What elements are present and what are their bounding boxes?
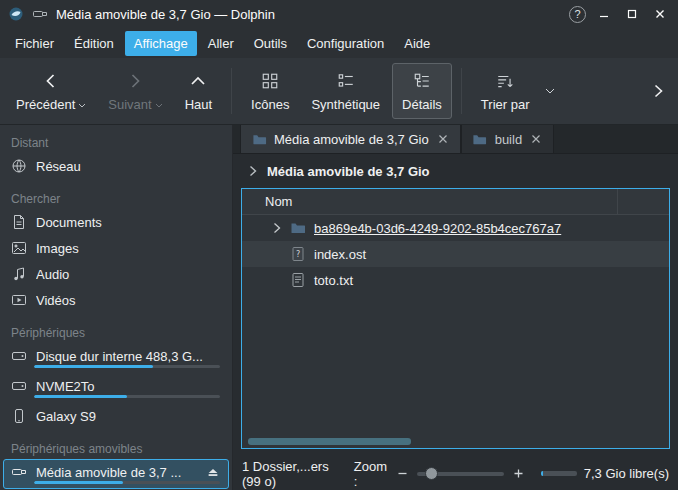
free-space-fill bbox=[541, 471, 543, 476]
details-view-icon bbox=[413, 70, 431, 92]
forward-button[interactable]: Suivant bbox=[98, 63, 172, 119]
place-label: Réseau bbox=[36, 159, 221, 174]
file-row-index-ost[interactable]: ? index.ost bbox=[242, 241, 669, 267]
column-header-row: Nom bbox=[242, 189, 669, 215]
place-label: Média amovible de 3,7 ... bbox=[36, 465, 196, 480]
free-space-label: 7,3 Gio libre(s) bbox=[584, 466, 669, 481]
text-file-icon bbox=[290, 272, 306, 288]
caret-down-icon bbox=[155, 103, 163, 109]
menu-outils[interactable]: Outils bbox=[245, 31, 296, 56]
sidebar-item-documents[interactable]: Documents bbox=[3, 209, 229, 235]
back-button[interactable]: Précédent bbox=[6, 63, 96, 119]
sort-by-button[interactable]: Trier par bbox=[471, 63, 540, 119]
icons-view-button[interactable]: Icônes bbox=[241, 63, 299, 119]
chevron-right-icon[interactable] bbox=[248, 165, 258, 177]
tab-label: Média amovible de 3,7 Gio bbox=[274, 132, 429, 147]
details-view-button[interactable]: Détails bbox=[392, 63, 452, 119]
menu-fichier[interactable]: Fichier bbox=[6, 31, 63, 56]
column-header-name[interactable]: Nom bbox=[242, 189, 618, 214]
hard-drive-icon bbox=[11, 378, 27, 394]
audio-icon bbox=[11, 266, 27, 282]
column-name-label: Nom bbox=[265, 194, 292, 209]
sidebar-item-disque-dur-interne[interactable]: Disque dur interne 488,3 G... bbox=[3, 343, 229, 373]
menu-aide[interactable]: Aide bbox=[395, 31, 439, 56]
minimize-button[interactable] bbox=[594, 4, 614, 24]
maximize-button[interactable] bbox=[622, 4, 642, 24]
eject-icon[interactable] bbox=[205, 464, 221, 480]
dolphin-window: Média amovible de 3,7 Gio — Dolphin ? Fi… bbox=[0, 0, 678, 490]
titlebar[interactable]: Média amovible de 3,7 Gio — Dolphin ? bbox=[0, 0, 678, 28]
back-label: Précédent bbox=[16, 97, 75, 112]
compact-label: Synthétique bbox=[311, 97, 380, 112]
tab-build[interactable]: build bbox=[461, 125, 554, 153]
folder-icon bbox=[251, 131, 267, 147]
view-container: Nom ba869e4b-03d6-4249-9202-85b4cec767a7 bbox=[233, 188, 678, 457]
folder-icon bbox=[472, 131, 488, 147]
section-header-peripheriques: Périphériques bbox=[0, 323, 232, 343]
sidebar-item-audio[interactable]: Audio bbox=[3, 261, 229, 287]
sort-label: Trier par bbox=[481, 97, 530, 112]
sidebar-item-videos[interactable]: Vidéos bbox=[3, 287, 229, 313]
toolbar-overflow-button[interactable] bbox=[644, 79, 672, 103]
section-peripheriques-amovibles: Périphériques amovibles Média amovible d… bbox=[0, 439, 232, 489]
capacity-fill bbox=[34, 365, 153, 368]
app-icon bbox=[8, 6, 24, 22]
menu-configuration[interactable]: Configuration bbox=[298, 31, 393, 56]
up-button[interactable]: Haut bbox=[175, 63, 222, 119]
zoom-slider[interactable] bbox=[417, 472, 504, 476]
breadcrumb-current[interactable]: Média amovible de 3,7 Gio bbox=[267, 164, 430, 179]
menubar: Fichier Édition Affichage Aller Outils C… bbox=[0, 28, 678, 58]
section-distant: Distant Réseau bbox=[0, 133, 232, 179]
section-header-distant: Distant bbox=[0, 133, 232, 153]
file-name: index.ost bbox=[314, 247, 366, 262]
status-bar: 1 Dossier,...ers (99 o) Zoom : 7,3 Gio l… bbox=[233, 457, 678, 490]
forward-label: Suivant bbox=[108, 97, 151, 112]
breadcrumb[interactable]: Média amovible de 3,7 Gio bbox=[233, 154, 678, 188]
sidebar-item-media-amovible[interactable]: Média amovible de 3,7 ... bbox=[3, 459, 229, 489]
video-icon bbox=[11, 292, 27, 308]
capacity-bar bbox=[34, 365, 220, 368]
usb-drive-icon bbox=[32, 6, 48, 22]
place-label: Documents bbox=[36, 215, 221, 230]
menu-affichage[interactable]: Affichage bbox=[125, 31, 197, 56]
section-peripheriques: Périphériques Disque dur interne 488,3 G… bbox=[0, 323, 232, 429]
section-chercher: Chercher Documents Images bbox=[0, 189, 232, 313]
expand-arrow-icon[interactable] bbox=[268, 222, 285, 234]
zoom-label: Zoom : bbox=[354, 459, 387, 489]
help-button[interactable]: ? bbox=[569, 6, 586, 23]
chevron-up-icon bbox=[188, 70, 208, 92]
file-view[interactable]: Nom ba869e4b-03d6-4249-9202-85b4cec767a7 bbox=[241, 188, 670, 449]
tab-media-amovible[interactable]: Média amovible de 3,7 Gio bbox=[240, 125, 461, 153]
close-button[interactable] bbox=[650, 4, 670, 24]
place-label: Audio bbox=[36, 267, 221, 282]
sidebar-item-images[interactable]: Images bbox=[3, 235, 229, 261]
file-row-folder[interactable]: ba869e4b-03d6-4249-9202-85b4cec767a7 bbox=[242, 215, 669, 241]
place-label: Images bbox=[36, 241, 221, 256]
toolbar-separator bbox=[461, 68, 462, 114]
icons-label: Icônes bbox=[251, 97, 289, 112]
usb-drive-icon bbox=[11, 464, 27, 480]
window-body: Distant Réseau Chercher Documents bbox=[0, 125, 678, 490]
sidebar-item-nvme2to[interactable]: NVME2To bbox=[3, 373, 229, 403]
details-label: Détails bbox=[402, 97, 442, 112]
menu-edition[interactable]: Édition bbox=[65, 31, 123, 56]
zoom-out-icon[interactable] bbox=[394, 466, 410, 482]
sort-caret-button[interactable] bbox=[541, 84, 559, 99]
zoom-in-icon[interactable] bbox=[511, 466, 527, 482]
horizontal-scrollbar[interactable] bbox=[246, 438, 665, 445]
compact-view-button[interactable]: Synthétique bbox=[301, 63, 390, 119]
phone-icon bbox=[11, 408, 27, 424]
main-toolbar: Précédent Suivant Haut Icônes Synthét bbox=[0, 58, 678, 125]
close-tab-icon[interactable] bbox=[529, 132, 543, 146]
capacity-bar bbox=[34, 481, 220, 484]
zoom-handle[interactable] bbox=[425, 467, 438, 480]
sidebar-item-reseau[interactable]: Réseau bbox=[3, 153, 229, 179]
capacity-fill bbox=[34, 395, 127, 398]
scrollbar-thumb[interactable] bbox=[248, 438, 411, 445]
window-title: Média amovible de 3,7 Gio — Dolphin bbox=[56, 7, 561, 22]
menu-aller[interactable]: Aller bbox=[199, 31, 243, 56]
places-panel: Distant Réseau Chercher Documents bbox=[0, 125, 233, 490]
sidebar-item-galaxy-s9[interactable]: Galaxy S9 bbox=[3, 403, 229, 429]
close-tab-icon[interactable] bbox=[436, 132, 450, 146]
file-row-toto-txt[interactable]: toto.txt bbox=[242, 267, 669, 293]
